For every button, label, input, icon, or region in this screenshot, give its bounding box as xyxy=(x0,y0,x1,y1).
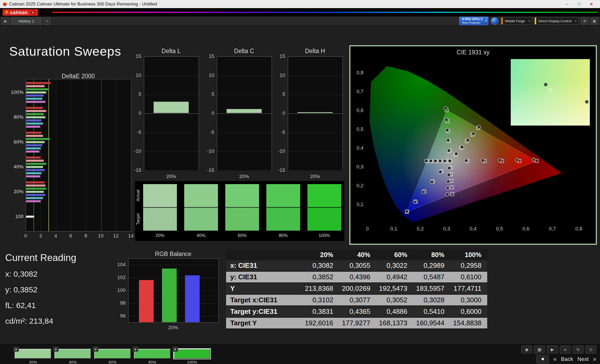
capture-button[interactable]: ◉ xyxy=(521,345,532,354)
next-icon[interactable]: » xyxy=(593,355,596,363)
deltae-bar xyxy=(26,163,46,165)
actual-swatch xyxy=(225,184,259,207)
row-label: Y xyxy=(226,283,302,294)
delta-bar xyxy=(297,112,333,113)
gridline xyxy=(144,170,199,171)
cie-measured-point xyxy=(446,193,449,196)
axis-tick-label: -10 xyxy=(270,148,285,154)
close-button[interactable]: × xyxy=(585,0,597,8)
inset-square-point xyxy=(549,88,552,92)
cell: 0,4396 xyxy=(339,272,376,282)
cie-measured-point xyxy=(464,159,468,162)
display-control-button[interactable]: Direct Display Control ▾ xyxy=(535,17,579,25)
window-controls: – □ × xyxy=(561,0,597,8)
axis-tick-label: -15 xyxy=(199,167,214,173)
bottom-swatch[interactable]: ◉ xyxy=(94,349,131,359)
chart-title: Delta H xyxy=(288,48,342,55)
cie-measured-point xyxy=(446,139,450,142)
cie1931-panel: CIE 1931 xy xyxy=(349,45,597,245)
axis-tick-label: -10 xyxy=(199,148,214,154)
deltae-bar xyxy=(26,135,43,137)
measurement-table: 20%40%60%80%100%x: CIE310,30820,30550,30… xyxy=(226,249,487,330)
refresh-button[interactable]: ↻ xyxy=(573,345,584,354)
calman-logo[interactable]: calman ▾ xyxy=(3,9,38,16)
reading-cdm2: cd/m²: 213,84 xyxy=(5,317,76,326)
axis-tick-label: 0,7 xyxy=(357,89,363,94)
row-label: y: CIE31 xyxy=(226,272,302,282)
deltae-bar xyxy=(26,126,40,128)
cell: 0,5487 xyxy=(413,272,450,282)
cell: 0,3052 xyxy=(376,295,413,305)
bottom-swatch[interactable]: ◉ xyxy=(54,349,91,359)
chevron-down-icon: ▾ xyxy=(485,19,487,22)
bottom-swatch-label: 20% xyxy=(15,360,51,364)
settings-button[interactable]: ⚙ xyxy=(581,18,588,25)
column-header xyxy=(226,250,302,259)
axis-tick-label: 0,4 xyxy=(470,226,477,231)
deltae-bar xyxy=(26,160,44,162)
aux-button-row: ◉▦▶≡↻⊙ xyxy=(521,345,596,354)
axis-tick-label: 0,1 xyxy=(390,226,397,231)
meter-select-button[interactable]: X-Rite i1Pro 3 Rear Projector ▾ xyxy=(459,17,488,25)
gridline xyxy=(217,151,272,152)
deltae-bar xyxy=(26,141,45,143)
axis-tick-label: 0,5 xyxy=(357,126,363,132)
cell: 177,4711 xyxy=(450,283,487,294)
gridline xyxy=(144,94,199,95)
bottom-swatch[interactable]: ◉ xyxy=(174,349,210,359)
axis-tick-label: -5 xyxy=(270,129,285,135)
cie-measured-point xyxy=(460,145,464,149)
bottom-swatch[interactable]: ◉ xyxy=(15,349,51,359)
cie-measured-point xyxy=(446,128,449,132)
bottom-swatch[interactable]: ◉ xyxy=(134,349,171,359)
history-advance-button[interactable]: ▶ xyxy=(2,18,9,25)
meter-icon: ◉ xyxy=(13,347,19,352)
delta-bar xyxy=(226,109,262,113)
delta-c-plot xyxy=(217,56,272,171)
actual-target-swatch-panel: Actual Target 20%40%60%80%100% xyxy=(135,181,344,241)
maximize-button[interactable]: □ xyxy=(573,0,585,8)
axis-tick-label: 0,8 xyxy=(575,226,582,231)
minimize-button[interactable]: – xyxy=(561,0,573,8)
cie-measured-point xyxy=(438,159,442,163)
gridline xyxy=(144,113,199,114)
swatch-column: 60% xyxy=(225,184,259,240)
layout-button[interactable]: ▦ xyxy=(534,345,545,354)
cie-measured-point xyxy=(446,186,450,190)
actual-swatch xyxy=(307,184,341,207)
gridline xyxy=(217,76,272,76)
tab-history-1[interactable]: History 1 xyxy=(11,18,42,25)
list-button[interactable]: ≡ xyxy=(560,345,571,354)
swatch-label: 100% xyxy=(307,233,341,238)
gridline xyxy=(288,113,343,114)
back-icon[interactable]: « xyxy=(553,355,557,363)
workspace-button[interactable]: ▦ xyxy=(591,18,598,25)
target-row-label: Target xyxy=(136,207,142,231)
toolbar: ▶ History 1 + X-Rite i1Pro 3 Rear Projec… xyxy=(0,16,600,26)
axis-tick-label: 0 xyxy=(199,110,214,116)
cell: 0,4942 xyxy=(376,272,413,282)
axis-tick-label: 0,6 xyxy=(523,226,529,231)
logo-menu-caret-icon[interactable]: ▾ xyxy=(30,10,35,15)
power-button[interactable]: ⊙ xyxy=(585,345,596,354)
page-title: Saturation Sweeps xyxy=(9,44,121,59)
delta-c-chart: Delta C 20% 151050-5-10-15 xyxy=(199,48,274,181)
axis-tick-label: 5 xyxy=(270,91,285,97)
next-button[interactable]: Next xyxy=(577,356,588,362)
target-swatch xyxy=(307,207,341,231)
back-button[interactable]: Back xyxy=(561,356,573,362)
play-button[interactable]: ▶ xyxy=(547,345,558,354)
meter-icon: ◉ xyxy=(93,347,98,352)
column-header: 60% xyxy=(376,250,413,259)
source-select-button[interactable]: Mobile Forge ▾ xyxy=(501,17,532,25)
add-tab-button[interactable]: + xyxy=(43,18,51,25)
axis-tick-label: 10 xyxy=(97,233,105,239)
deltae-bar xyxy=(26,181,45,184)
axis-tick-label: 0,2 xyxy=(357,183,363,188)
gridline xyxy=(288,151,343,152)
swatch-column: 100% xyxy=(307,184,341,240)
cell: 0,3000 xyxy=(450,295,487,305)
stop-button[interactable]: ■ xyxy=(536,355,549,363)
table-row: Y213,8368200,0269192,5473183,5957177,471… xyxy=(226,283,487,294)
meter-status-badge[interactable] xyxy=(491,17,498,25)
